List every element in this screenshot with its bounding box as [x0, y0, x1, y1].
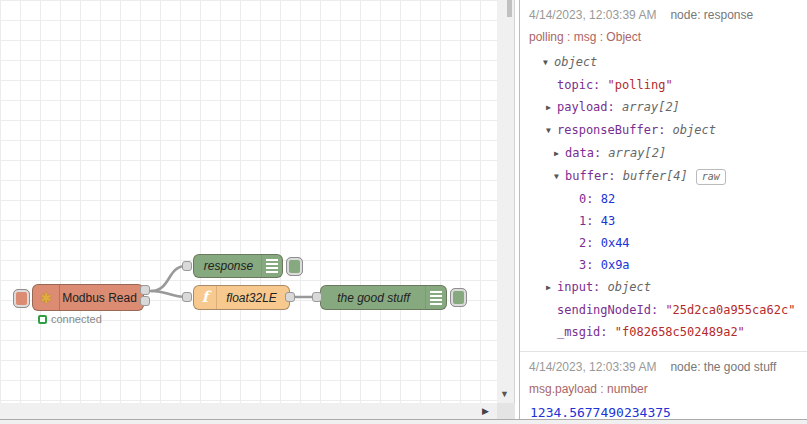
- tree-row[interactable]: ▼buffer: buffer[4]raw: [529, 165, 801, 188]
- node-modbus-read[interactable]: ✱ Modbus Read: [32, 284, 144, 311]
- tree-row[interactable]: ▶input: object: [529, 276, 801, 299]
- modbus-output-port-2[interactable]: [140, 296, 150, 306]
- modbus-asterisk-icon: ✱: [40, 291, 52, 305]
- tree-key: responseBuffer:: [557, 123, 673, 137]
- debug-sidebar: 4/14/2023, 12:03:39 AMnode: responsepoll…: [519, 0, 807, 419]
- tree-key: _msgid:: [557, 325, 615, 339]
- scroll-down-icon[interactable]: ▼: [500, 389, 509, 399]
- tree-key: 0:: [579, 192, 601, 206]
- modbus-output-port-1[interactable]: [140, 285, 150, 295]
- tree-row[interactable]: ▼object: [529, 51, 801, 74]
- chevron-down-icon[interactable]: ▼: [554, 166, 565, 188]
- debug-message-list: 4/14/2023, 12:03:39 AMnode: responsepoll…: [520, 0, 807, 419]
- debug-list-icon: [261, 255, 282, 277]
- chevron-right-icon[interactable]: ▶: [546, 277, 557, 299]
- debug-source-node: node: response: [670, 8, 753, 22]
- tree-row: _msgid: "f082658c502489a2": [529, 321, 801, 343]
- debug-meta: msg.payload : number: [529, 382, 801, 396]
- vertical-scrollbar-thumb[interactable]: [507, 0, 512, 17]
- tree-key: payload:: [557, 100, 622, 114]
- tree-row[interactable]: ▶payload: array[2]: [529, 96, 801, 119]
- float32-input-port[interactable]: [182, 292, 192, 302]
- debug-message-header: 4/14/2023, 12:03:39 AMnode: the good stu…: [529, 360, 801, 374]
- debug-message: 4/14/2023, 12:03:39 AMnode: responsepoll…: [520, 0, 807, 352]
- tree-row: 0: 82: [529, 188, 801, 210]
- tree-key: input:: [557, 280, 608, 294]
- tree-value: 43: [601, 214, 615, 228]
- debug-list-icon: [425, 286, 446, 309]
- float32-output-port[interactable]: [285, 292, 295, 302]
- node-label: response: [196, 255, 261, 277]
- tree-row[interactable]: ▶data: array[2]: [529, 142, 801, 165]
- tree-row: topic: "polling": [529, 74, 801, 96]
- debug-object-tree: ▼objecttopic: "polling"▶payload: array[2…: [529, 51, 801, 343]
- chevron-down-icon[interactable]: ▼: [543, 52, 554, 74]
- tree-value: 0x44: [601, 236, 630, 250]
- goodstuff-input-port[interactable]: [312, 292, 322, 302]
- tree-row: 1: 43: [529, 210, 801, 232]
- horizontal-scrollbar[interactable]: ▶: [0, 403, 497, 419]
- tree-value: array[2]: [622, 100, 680, 114]
- debug-timestamp: 4/14/2023, 12:03:39 AM: [529, 360, 656, 374]
- tree-key: data:: [565, 146, 608, 160]
- tree-value: 82: [601, 192, 615, 206]
- tree-value: array[2]: [608, 146, 666, 160]
- debug-toggle-button[interactable]: [286, 257, 303, 276]
- debug-message: 4/14/2023, 12:03:39 AMnode: the good stu…: [520, 352, 807, 419]
- chevron-right-icon[interactable]: ▶: [546, 97, 557, 119]
- chevron-right-icon[interactable]: ▶: [554, 143, 565, 165]
- debug-message-header: 4/14/2023, 12:03:39 AMnode: response: [529, 8, 801, 22]
- status-ring-icon: [38, 315, 47, 324]
- debug-toggle-button[interactable]: [450, 288, 467, 307]
- tree-value: object: [554, 55, 597, 69]
- tree-row[interactable]: ▼responseBuffer: object: [529, 119, 801, 142]
- scroll-right-icon[interactable]: ▶: [482, 406, 489, 416]
- tree-key: buffer:: [565, 169, 623, 183]
- tree-value: 0x9a: [601, 258, 630, 272]
- modbus-node-button[interactable]: [13, 289, 30, 308]
- debug-source-node: node: the good stuff: [670, 360, 776, 374]
- debug-payload-value: 1234.5677490234375: [529, 405, 801, 419]
- node-float32le[interactable]: f float32LE: [193, 285, 290, 310]
- tree-value: "f082658c502489a2": [615, 325, 745, 339]
- tree-row: 2: 0x44: [529, 232, 801, 254]
- node-label: Modbus Read: [60, 285, 139, 310]
- tree-value: "25d2ca0a955ca62c": [665, 303, 795, 317]
- tree-value: object: [673, 123, 716, 137]
- tree-value: buffer[4]: [623, 169, 688, 183]
- wire-modbus-to-float32[interactable]: [151, 291, 186, 297]
- chevron-down-icon[interactable]: ▼: [546, 120, 557, 142]
- tree-key: sendingNodeId:: [557, 303, 665, 317]
- response-input-port[interactable]: [182, 261, 192, 271]
- scrollbar-corner: [497, 403, 515, 419]
- tree-row: sendingNodeId: "25d2ca0a955ca62c": [529, 299, 801, 321]
- vertical-scrollbar[interactable]: ▼: [497, 0, 515, 403]
- function-f-icon: f: [202, 290, 208, 305]
- debug-meta: polling : msg : Object: [529, 30, 801, 44]
- tree-value: "polling": [608, 78, 673, 92]
- node-red-window: ✱ Modbus Read connected response f float…: [0, 0, 807, 424]
- node-label: the good stuff: [323, 286, 424, 309]
- flow-canvas[interactable]: ✱ Modbus Read connected response f float…: [0, 0, 497, 403]
- tree-row: 3: 0x9a: [529, 254, 801, 276]
- modbus-status: connected: [38, 313, 102, 325]
- tree-key: 1:: [579, 214, 601, 228]
- raw-format-button[interactable]: raw: [696, 169, 726, 185]
- debug-timestamp: 4/14/2023, 12:03:39 AM: [529, 8, 656, 22]
- wire-layer: [0, 0, 497, 403]
- status-text: connected: [51, 313, 102, 325]
- tree-value: object: [608, 280, 651, 294]
- node-the-good-stuff[interactable]: the good stuff: [320, 285, 447, 310]
- window-bottom-bar: [0, 419, 807, 424]
- wire-modbus-to-response[interactable]: [151, 266, 186, 291]
- node-response[interactable]: response: [193, 254, 283, 278]
- tree-key: topic:: [557, 78, 608, 92]
- function-icon-strip: f: [194, 286, 217, 309]
- node-label: float32LE: [218, 286, 285, 309]
- tree-key: 2:: [579, 236, 601, 250]
- modbus-icon-strip: ✱: [33, 285, 60, 310]
- tree-key: 3:: [579, 258, 601, 272]
